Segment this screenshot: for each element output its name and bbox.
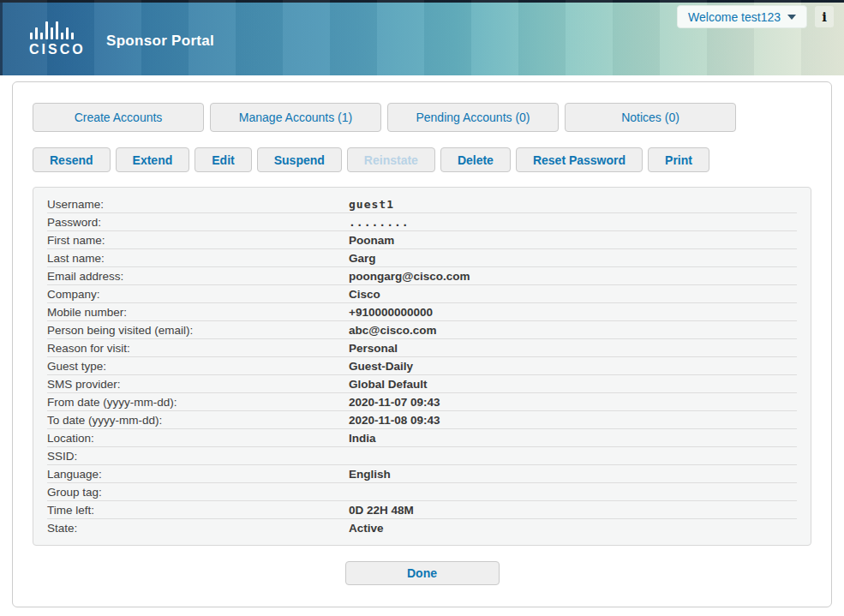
detail-row-mobile-number: Mobile number:+910000000000 [47, 303, 797, 321]
detail-label: Time left: [47, 504, 349, 517]
delete-button[interactable]: Delete [440, 147, 511, 172]
header-bar: CISCO Sponsor Portal Welcome test123 i [0, 0, 844, 75]
detail-row-time-left: Time left:0D 22H 48M [47, 501, 797, 519]
detail-row-first-name: First name:Poonam [47, 231, 797, 249]
done-button[interactable]: Done [345, 561, 500, 585]
page-title: Sponsor Portal [106, 33, 214, 50]
chevron-down-icon [787, 15, 796, 20]
edit-button[interactable]: Edit [195, 147, 251, 172]
footer-area: Done [13, 561, 831, 585]
detail-label: SSID: [47, 450, 349, 463]
tab-create-accounts[interactable]: Create Accounts [33, 103, 204, 132]
detail-value: Global Default [349, 378, 797, 391]
detail-value: Poonam [349, 234, 797, 247]
detail-value: 0D 22H 48M [349, 504, 797, 517]
brand-text: CISCO [29, 42, 86, 57]
detail-row-email-address: Email address:poongarg@cisco.com [47, 267, 797, 285]
extend-button[interactable]: Extend [116, 147, 190, 172]
detail-value: Cisco [349, 288, 797, 301]
detail-value: English [349, 468, 797, 481]
detail-label: Group tag: [47, 486, 349, 499]
detail-row-last-name: Last name:Garg [47, 249, 797, 267]
detail-label: Language: [47, 468, 349, 481]
detail-value: abc@cisco.com [349, 324, 797, 337]
detail-row-language: Language:English [47, 465, 797, 483]
detail-label: Email address: [47, 270, 349, 283]
tab-notices-0[interactable]: Notices (0) [565, 103, 736, 132]
detail-value: Guest-Daily [349, 360, 797, 373]
cisco-logo: CISCO [29, 21, 86, 57]
detail-row-person-being-visited-email: Person being visited (email):abc@cisco.c… [47, 321, 797, 339]
detail-row-group-tag: Group tag: [47, 483, 797, 501]
detail-row-to-date-yyyy-mm-dd: To date (yyyy-mm-dd):2020-11-08 09:43 [47, 411, 797, 429]
suspend-button[interactable]: Suspend [257, 147, 342, 172]
content-card: Create AccountsManage Accounts (1)Pendin… [12, 81, 832, 607]
detail-value: 2020-11-08 09:43 [349, 414, 797, 427]
detail-value: Garg [349, 252, 797, 265]
welcome-user-dropdown[interactable]: Welcome test123 [677, 5, 807, 28]
detail-label: From date (yyyy-mm-dd): [47, 396, 349, 409]
detail-value: poongarg@cisco.com [349, 270, 797, 283]
reinstate-button: Reinstate [347, 147, 435, 172]
detail-row-state: State:Active [47, 519, 797, 537]
tab-manage-accounts-1[interactable]: Manage Accounts (1) [210, 103, 381, 132]
detail-row-password: Password:........ [47, 213, 797, 231]
detail-label: State: [47, 522, 349, 535]
detail-value: guest1 [349, 198, 797, 211]
info-icon[interactable]: i [815, 6, 834, 27]
reset-password-button[interactable]: Reset Password [516, 147, 643, 172]
print-button[interactable]: Print [648, 147, 709, 172]
detail-row-guest-type: Guest type:Guest-Daily [47, 357, 797, 375]
detail-value: Active [349, 522, 797, 535]
cisco-logo-icon [30, 21, 86, 39]
detail-label: SMS provider: [47, 378, 349, 391]
detail-value: +910000000000 [349, 306, 797, 319]
detail-label: Location: [47, 432, 349, 445]
detail-row-reason-for-visit: Reason for visit:Personal [47, 339, 797, 357]
action-toolbar: ResendExtendEditSuspendReinstateDeleteRe… [33, 147, 831, 172]
detail-label: Last name: [47, 252, 349, 265]
detail-row-from-date-yyyy-mm-dd: From date (yyyy-mm-dd):2020-11-07 09:43 [47, 393, 797, 411]
detail-label: Company: [47, 288, 349, 301]
detail-row-ssid: SSID: [47, 447, 797, 465]
detail-row-company: Company:Cisco [47, 285, 797, 303]
detail-row-username: Username:guest1 [47, 195, 797, 213]
tab-bar: Create AccountsManage Accounts (1)Pendin… [13, 82, 831, 132]
detail-label: Reason for visit: [47, 342, 349, 355]
detail-label: Password: [47, 216, 349, 229]
welcome-user-label: Welcome test123 [688, 10, 781, 24]
detail-value: ........ [349, 216, 797, 229]
detail-label: First name: [47, 234, 349, 247]
tab-pending-accounts-0[interactable]: Pending Accounts (0) [387, 103, 559, 132]
account-details-panel: Username:guest1Password:........First na… [33, 187, 811, 546]
detail-row-location: Location:India [47, 429, 797, 447]
resend-button[interactable]: Resend [33, 147, 111, 172]
detail-label: Username: [47, 198, 349, 211]
detail-value: 2020-11-07 09:43 [349, 396, 797, 409]
detail-label: To date (yyyy-mm-dd): [47, 414, 349, 427]
detail-value: Personal [349, 342, 797, 355]
detail-value: India [349, 432, 797, 445]
detail-label: Guest type: [47, 360, 349, 373]
detail-label: Person being visited (email): [47, 324, 349, 337]
detail-row-sms-provider: SMS provider:Global Default [47, 375, 797, 393]
detail-label: Mobile number: [47, 306, 349, 319]
